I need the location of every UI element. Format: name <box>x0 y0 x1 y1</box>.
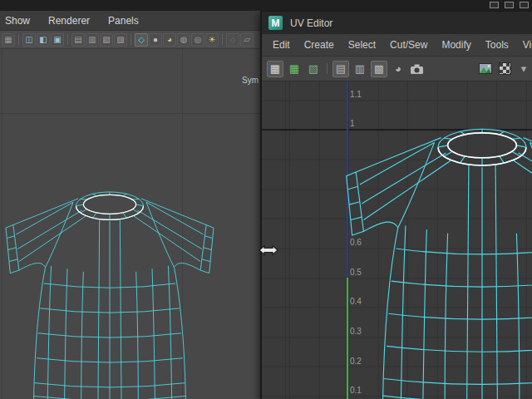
3d-viewport[interactable]: Sym <box>0 49 260 399</box>
window-button-2-icon[interactable] <box>505 2 514 8</box>
tshirt-uv-shell-wireframe <box>262 81 532 399</box>
uv-canvas[interactable]: 1.1 1 0.6 0.5 0.4 0.3 0.2 0.1 <box>262 81 532 399</box>
layout-four-pane-icon[interactable]: ◫ <box>22 33 36 47</box>
checker-sphere-icon[interactable]: ◍ <box>177 33 190 47</box>
shaded-sphere-icon[interactable]: ● <box>149 33 162 47</box>
panel-graph-icon[interactable]: ▥ <box>86 33 99 47</box>
uv-editor-menubar: Edit Create Select Cut/Sew Modify Tools … <box>262 34 532 57</box>
grid-display-icon[interactable]: ▤ <box>332 61 349 77</box>
window-button-1-icon[interactable] <box>490 2 499 8</box>
wire-on-shaded-icon[interactable]: ◎ <box>191 33 204 47</box>
panel-toolbar: ▦ ◫ ◧ ▣ ▤ ▥ ▧ ▨ ◇ ● ◕ ◍ ◎ ☀ ◌ ▱ <box>0 31 260 49</box>
uv-editor-toolbar: ▦ ▦ ▧ ▤ ▥ ▩ ◕ ▾ <box>262 57 532 81</box>
horizontal-resize-cursor-icon <box>258 243 279 261</box>
panel-hypershade-icon[interactable]: ▧ <box>100 33 113 47</box>
uv-view-shaded-icon[interactable]: ▦ <box>286 61 303 77</box>
texture-image-icon[interactable] <box>477 61 494 77</box>
layout-two-pane-icon[interactable]: ◧ <box>37 33 50 47</box>
uv-menu-view[interactable]: View <box>523 39 532 51</box>
uv-menu-cutsew[interactable]: Cut/Sew <box>390 39 427 51</box>
xray-icon[interactable]: ▱ <box>240 33 254 47</box>
maya-logo-icon: M <box>268 16 283 30</box>
viewport-panel: Show Renderer Panels ▦ ◫ ◧ ▣ ▤ ▥ ▧ ▨ ◇ ●… <box>0 11 260 399</box>
toolbar-separator <box>222 34 223 45</box>
panel-menubar: Show Renderer Panels <box>0 11 260 31</box>
toolbar-separator <box>327 63 328 74</box>
uv-menu-create[interactable]: Create <box>304 39 334 51</box>
toolbar-separator <box>67 34 68 45</box>
menu-panels[interactable]: Panels <box>108 15 139 27</box>
isolate-select-icon[interactable]: ◌ <box>226 33 239 47</box>
window-controls <box>490 2 529 8</box>
main-window-titlebar[interactable] <box>0 0 532 11</box>
uv-editor-titlebar[interactable]: M UV Editor <box>262 12 532 34</box>
tshirt-wireframe-mesh <box>0 49 260 399</box>
panel-outliner-icon[interactable]: ▤ <box>71 33 85 47</box>
menu-show[interactable]: Show <box>5 15 30 27</box>
uv-editor-window: M UV Editor Edit Create Select Cut/Sew M… <box>260 11 532 399</box>
toolbar-overflow-icon[interactable]: ▾ <box>515 61 532 77</box>
menu-renderer[interactable]: Renderer <box>48 15 90 27</box>
camera-icon[interactable] <box>409 61 426 77</box>
checker-map-icon[interactable] <box>496 61 513 77</box>
lighting-icon[interactable]: ☀ <box>205 33 219 47</box>
tile-display-icon[interactable]: ▩ <box>371 61 387 77</box>
panel-render-icon[interactable]: ▨ <box>114 33 127 47</box>
uv-view-distortion-icon[interactable]: ▧ <box>305 61 322 77</box>
uv-menu-edit[interactable]: Edit <box>273 39 290 51</box>
window-button-3-icon[interactable] <box>520 2 529 8</box>
layout-single-pane-icon[interactable]: ▣ <box>51 33 64 47</box>
uv-view-grid-icon[interactable]: ▦ <box>267 61 283 77</box>
uv-menu-select[interactable]: Select <box>348 39 376 51</box>
uv-editor-title: UV Editor <box>290 17 332 29</box>
shaded-uv-display-icon[interactable]: ◕ <box>390 61 406 77</box>
toolbar-separator <box>131 34 131 45</box>
uv-menu-tools[interactable]: Tools <box>485 39 509 51</box>
uv-menu-modify[interactable]: Modify <box>441 39 470 51</box>
menu-grid-icon[interactable]: ▦ <box>2 33 15 47</box>
toolbar-separator <box>18 34 19 45</box>
pixel-snap-icon[interactable]: ▥ <box>352 61 368 77</box>
textured-sphere-icon[interactable]: ◕ <box>163 33 176 47</box>
wireframe-cube-icon[interactable]: ◇ <box>135 33 148 47</box>
